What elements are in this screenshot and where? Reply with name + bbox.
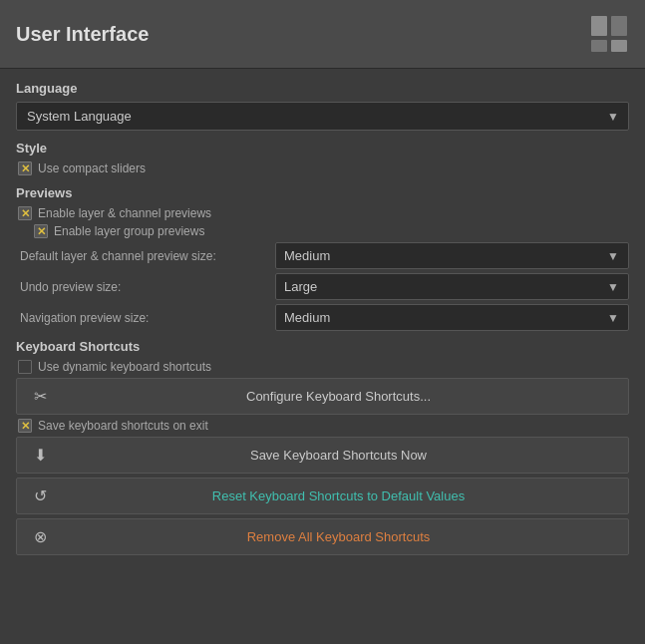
compact-sliders-row: ✕ Use compact sliders — [18, 161, 629, 175]
reset-shortcuts-button[interactable]: ↺ Reset Keyboard Shortcuts to Default Va… — [16, 478, 629, 514]
enable-layer-group-check-mark: ✕ — [37, 226, 46, 237]
remove-shortcuts-label: Remove All Keyboard Shortcuts — [61, 529, 616, 544]
save-shortcuts-now-label: Save Keyboard Shortcuts Now — [61, 448, 616, 463]
compact-sliders-check-mark: ✕ — [21, 163, 30, 174]
remove-shortcuts-button[interactable]: ⊗ Remove All Keyboard Shortcuts — [16, 518, 629, 555]
reset-shortcuts-label: Reset Keyboard Shortcuts to Default Valu… — [61, 488, 616, 503]
keyboard-shortcuts-section: Keyboard Shortcuts Use dynamic keyboard … — [16, 339, 629, 555]
save-on-exit-check-mark: ✕ — [21, 421, 30, 432]
navigation-preview-dropdown[interactable]: Small Medium Large — [275, 304, 629, 331]
save-on-exit-row: ✕ Save keyboard shortcuts on exit — [18, 419, 629, 433]
enable-layer-group-checkbox[interactable]: ✕ — [34, 224, 48, 238]
undo-preview-dropdown[interactable]: Small Medium Large — [275, 273, 629, 300]
undo-preview-label: Undo preview size: — [16, 280, 275, 294]
language-dropdown[interactable]: System Language English German French — [16, 102, 629, 131]
undo-preview-dropdown-wrapper: Small Medium Large ▼ — [275, 273, 629, 300]
navigation-preview-label: Navigation preview size: — [16, 311, 275, 325]
dynamic-shortcuts-row: Use dynamic keyboard shortcuts — [18, 360, 629, 374]
compact-sliders-label: Use compact sliders — [38, 161, 146, 175]
default-preview-dropdown-wrapper: Small Medium Large ▼ — [275, 242, 629, 269]
header: User Interface — [0, 0, 645, 69]
default-preview-row: Default layer & channel preview size: Sm… — [16, 242, 629, 269]
configure-shortcuts-button[interactable]: ✂ Configure Keyboard Shortcuts... — [16, 378, 629, 415]
save-on-exit-label: Save keyboard shortcuts on exit — [38, 419, 208, 433]
save-shortcuts-now-icon: ⬇ — [29, 446, 51, 465]
style-label: Style — [16, 141, 629, 156]
enable-layer-channel-row: ✕ Enable layer & channel previews — [18, 206, 629, 220]
svg-rect-1 — [611, 16, 627, 36]
default-preview-dropdown[interactable]: Small Medium Large — [275, 242, 629, 269]
save-shortcuts-now-button[interactable]: ⬇ Save Keyboard Shortcuts Now — [16, 437, 629, 474]
keyboard-shortcuts-label: Keyboard Shortcuts — [16, 339, 629, 354]
content-area: Language System Language English German … — [0, 69, 645, 571]
previews-label: Previews — [16, 185, 629, 200]
default-preview-label: Default layer & channel preview size: — [16, 249, 275, 263]
navigation-preview-dropdown-wrapper: Small Medium Large ▼ — [275, 304, 629, 331]
enable-layer-channel-label: Enable layer & channel previews — [38, 206, 211, 220]
enable-layer-channel-checkbox[interactable]: ✕ — [18, 206, 32, 220]
configure-shortcuts-label: Configure Keyboard Shortcuts... — [61, 389, 616, 404]
language-label: Language — [16, 81, 629, 96]
enable-layer-group-row: ✕ Enable layer group previews — [34, 224, 629, 238]
compact-sliders-checkbox[interactable]: ✕ — [18, 161, 32, 175]
dynamic-shortcuts-label: Use dynamic keyboard shortcuts — [38, 360, 211, 374]
save-on-exit-checkbox[interactable]: ✕ — [18, 419, 32, 433]
svg-rect-0 — [591, 16, 607, 36]
enable-layer-channel-check-mark: ✕ — [21, 208, 30, 219]
ui-icon — [589, 14, 629, 54]
undo-preview-row: Undo preview size: Small Medium Large ▼ — [16, 273, 629, 300]
configure-shortcuts-icon: ✂ — [29, 387, 51, 406]
enable-layer-group-label: Enable layer group previews — [54, 224, 204, 238]
navigation-preview-row: Navigation preview size: Small Medium La… — [16, 304, 629, 331]
svg-rect-2 — [591, 40, 607, 52]
language-dropdown-wrapper: System Language English German French ▼ — [16, 102, 629, 131]
dynamic-shortcuts-checkbox[interactable] — [18, 360, 32, 374]
remove-shortcuts-icon: ⊗ — [29, 527, 51, 546]
page-title: User Interface — [16, 23, 149, 46]
svg-rect-3 — [611, 40, 627, 52]
reset-shortcuts-icon: ↺ — [29, 486, 51, 505]
